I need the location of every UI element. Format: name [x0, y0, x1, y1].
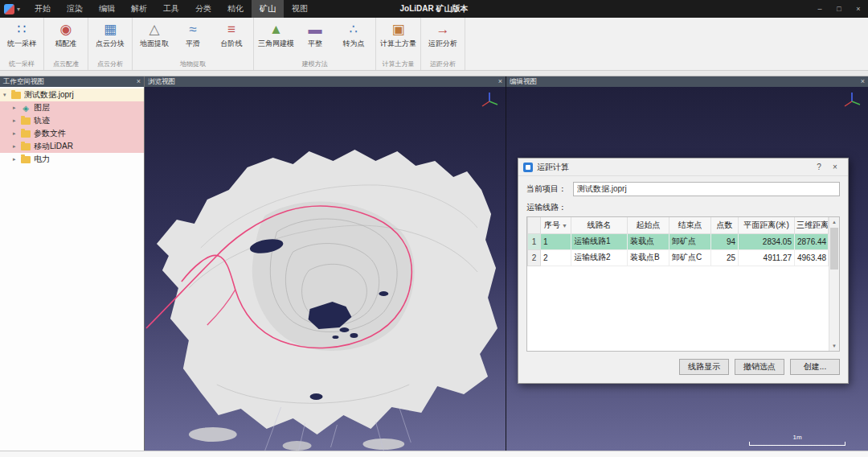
- chevron-right-icon[interactable]: ▸: [13, 130, 21, 137]
- workspace-close-icon[interactable]: ×: [137, 76, 141, 87]
- current-project-field[interactable]: [573, 182, 840, 196]
- chevron-right-icon[interactable]: ▸: [13, 117, 21, 124]
- column-header-point-count[interactable]: 点数: [711, 217, 739, 233]
- cell-end-point: 卸矿点: [669, 233, 711, 249]
- window-controls: – □ ×: [810, 0, 868, 18]
- unified-sampling-button[interactable]: ∷ 统一采样: [2, 19, 41, 49]
- fine-registration-button[interactable]: ◉ 精配准: [47, 19, 85, 49]
- tree-item-label: 移动LiDAR: [34, 141, 73, 152]
- pointcloud-block-button[interactable]: ▦ 点云分块: [91, 19, 129, 49]
- button-label: 三角网建模: [258, 39, 294, 49]
- tree-root-label: 测试数据.joprj: [24, 89, 74, 101]
- tab-parse[interactable]: 解析: [123, 0, 155, 18]
- tab-mine[interactable]: 矿山: [252, 0, 284, 18]
- cell-index: 1: [541, 233, 571, 249]
- column-header-start-point[interactable]: 起始点: [628, 217, 669, 233]
- button-label: 转为点: [343, 39, 365, 49]
- dialog-app-icon: [523, 163, 533, 172]
- group-label: 建模方法: [256, 59, 373, 70]
- cell-point-count: 25: [711, 249, 739, 266]
- routes-label: 运输线路：: [526, 202, 840, 213]
- chevron-right-icon[interactable]: ▸: [13, 143, 21, 150]
- tab-render[interactable]: 渲染: [59, 0, 91, 18]
- minimize-button[interactable]: –: [810, 0, 829, 18]
- scroll-down-icon[interactable]: ▼: [829, 341, 839, 351]
- bench-line-button[interactable]: ≡ 台阶线: [212, 19, 251, 49]
- dialog-body: 当前项目： 运输线路：: [518, 176, 848, 383]
- status-bar: [0, 451, 868, 457]
- quick-access-caret-icon[interactable]: ▾: [17, 6, 20, 13]
- close-button[interactable]: ×: [849, 0, 868, 18]
- chevron-down-icon[interactable]: ▾: [3, 92, 11, 98]
- tab-classify[interactable]: 分类: [187, 0, 219, 18]
- folder-icon: [21, 156, 31, 163]
- column-header-index[interactable]: 序号▼: [541, 217, 571, 233]
- tab-refine[interactable]: 精化: [219, 0, 252, 18]
- sidebar-item-mobile-lidar[interactable]: ▸ 移动LiDAR: [0, 140, 144, 153]
- corner-header[interactable]: [528, 217, 541, 233]
- pointcloud-block-icon: ▦: [104, 22, 117, 38]
- group-label: 点云配准: [47, 59, 85, 70]
- browse-close-icon[interactable]: ×: [498, 76, 502, 87]
- undo-selection-button[interactable]: 撤销选点: [735, 359, 784, 375]
- leveling-button[interactable]: ▬ 平整: [296, 19, 334, 49]
- tab-view[interactable]: 视图: [284, 0, 316, 18]
- workspace-panel: 工作空间视图 × ▾ 测试数据.joprj ▸ ◈ 图层 ▸ 轨迹: [0, 76, 145, 451]
- earthwork-volume-button[interactable]: ▣ 计算土方量: [379, 19, 418, 49]
- group-earthwork: ▣ 计算土方量 计算土方量: [376, 18, 421, 70]
- ribbon-toolbar: ∷ 统一采样 统一采样 ◉ 精配准 点云配准 ▦ 点云分块: [0, 18, 868, 71]
- tin-modeling-button[interactable]: ▲ 三角网建模: [256, 19, 296, 49]
- to-points-button[interactable]: ∴ 转为点: [334, 19, 373, 49]
- haul-distance-button[interactable]: → 运距分析: [424, 19, 462, 49]
- chevron-right-icon[interactable]: ▸: [13, 105, 21, 111]
- table-row[interactable]: 1 1 运输线路1 装载点 卸矿点 94 2834.05 2876.44: [528, 233, 829, 249]
- edit-viewport[interactable]: 1m 运距计算 ? × 当前项目：: [506, 87, 868, 451]
- group-label: 计算土方量: [379, 59, 418, 70]
- column-header-plan-distance[interactable]: 平面距离(米): [739, 217, 795, 233]
- dialog-buttons: 线路显示 撤销选点 创建...: [526, 359, 840, 375]
- tree-item-label: 参数文件: [34, 128, 66, 139]
- sidebar-item-parameter-files[interactable]: ▸ 参数文件: [0, 127, 144, 140]
- cell-plan-distance: 2834.05: [739, 233, 795, 249]
- tree-root-project[interactable]: ▾ 测试数据.joprj: [0, 89, 144, 101]
- tab-home[interactable]: 开始: [27, 0, 59, 18]
- dialog-close-icon[interactable]: ×: [827, 163, 843, 171]
- chevron-right-icon[interactable]: ▸: [13, 156, 21, 163]
- column-header-end-point[interactable]: 结束点: [669, 217, 711, 233]
- show-route-button[interactable]: 线路显示: [679, 359, 729, 375]
- table-scrollbar[interactable]: ▲ ▼: [829, 217, 839, 351]
- help-icon[interactable]: ?: [811, 163, 827, 171]
- table-row[interactable]: 2 2 运输线路2 装载点B 卸矿点C 25 4911.27 4963.48: [528, 249, 829, 266]
- to-points-icon: ∴: [350, 22, 358, 38]
- column-header-route-name[interactable]: 线路名: [571, 217, 628, 233]
- scroll-up-icon[interactable]: ▲: [829, 217, 839, 227]
- scrollbar-thumb[interactable]: [830, 228, 838, 270]
- maximize-button[interactable]: □: [829, 0, 849, 18]
- tab-tools[interactable]: 工具: [155, 0, 187, 18]
- group-label: 运距分析: [424, 59, 462, 70]
- button-label: 地面提取: [140, 39, 169, 49]
- scale-bar: 1m: [749, 434, 845, 446]
- bench-line-icon: ≡: [227, 22, 235, 38]
- sidebar-item-trajectory[interactable]: ▸ 轨迹: [0, 114, 144, 127]
- column-header-3d-distance[interactable]: 三维距离(: [795, 217, 829, 233]
- tree-item-label: 图层: [34, 102, 50, 113]
- button-label: 运距分析: [428, 39, 457, 49]
- smooth-button[interactable]: ≈ 平滑: [174, 19, 212, 49]
- tab-edit[interactable]: 编辑: [91, 0, 123, 18]
- button-label: 统一采样: [7, 39, 36, 49]
- browse-viewport[interactable]: [145, 87, 506, 451]
- cell-3d-distance: 2876.44: [795, 233, 829, 249]
- ground-extraction-button[interactable]: △ 地面提取: [135, 19, 174, 49]
- cell-point-count: 94: [711, 233, 739, 249]
- dialog-title-bar[interactable]: 运距计算 ? ×: [518, 159, 848, 176]
- app-logo-icon: [4, 4, 14, 14]
- unified-sampling-icon: ∷: [18, 22, 27, 38]
- sidebar-item-power[interactable]: ▸ 电力: [0, 153, 144, 166]
- group-registration: ◉ 精配准 点云配准: [44, 18, 88, 70]
- create-button[interactable]: 创建...: [790, 359, 840, 375]
- edit-close-icon[interactable]: ×: [861, 76, 865, 87]
- sidebar-item-layers[interactable]: ▸ ◈ 图层: [0, 101, 144, 114]
- smooth-icon: ≈: [189, 22, 196, 38]
- main-area: 工作空间视图 × ▾ 测试数据.joprj ▸ ◈ 图层 ▸ 轨迹: [0, 76, 868, 451]
